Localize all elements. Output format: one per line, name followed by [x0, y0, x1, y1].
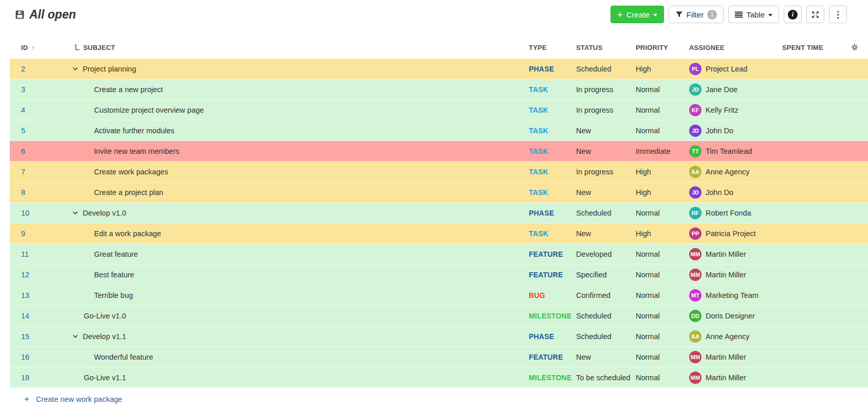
table-row[interactable]: 11Great featureFEATUREDevelopedNormalMMM…	[10, 244, 868, 264]
work-package-id-link[interactable]: 16	[21, 353, 29, 361]
work-package-type[interactable]: FEATURE	[529, 250, 563, 258]
work-package-id-link[interactable]: 12	[21, 271, 29, 279]
work-package-type[interactable]: TASK	[529, 106, 548, 114]
work-package-subject[interactable]: Create a new project	[94, 85, 163, 94]
hierarchy-icon[interactable]	[74, 44, 80, 50]
work-package-type[interactable]: PHASE	[529, 209, 554, 217]
work-package-id-link[interactable]: 2	[21, 65, 25, 73]
work-package-status[interactable]: To be scheduled	[576, 374, 631, 382]
work-package-id-link[interactable]: 9	[21, 229, 25, 238]
work-package-id-link[interactable]: 14	[21, 312, 29, 320]
work-package-subject[interactable]: Customize project overview page	[94, 106, 204, 114]
work-package-priority[interactable]: High	[636, 65, 651, 73]
work-package-type[interactable]: FEATURE	[529, 353, 563, 361]
assignee-name[interactable]: Jane Doe	[706, 85, 737, 94]
work-package-type[interactable]: BUG	[529, 291, 545, 299]
work-package-status[interactable]: New	[576, 188, 591, 197]
collapse-chevron-icon[interactable]	[72, 333, 79, 340]
table-row[interactable]: 6Invite new team membersTASKNewImmediate…	[10, 141, 868, 162]
work-package-subject[interactable]: Project planning	[83, 65, 136, 73]
table-row[interactable]: 12Best featureFEATURESpecifiedNormalMMMa…	[10, 264, 868, 285]
column-header-priority[interactable]: PRIORITY	[636, 44, 689, 51]
work-package-status[interactable]: Scheduled	[576, 312, 612, 320]
work-package-priority[interactable]: Normal	[636, 85, 660, 94]
work-package-priority[interactable]: Normal	[636, 374, 660, 382]
assignee-name[interactable]: Martin Miller	[706, 374, 746, 382]
work-package-subject[interactable]: Go-Live v1.1	[84, 374, 126, 382]
work-package-subject[interactable]: Best feature	[94, 271, 134, 279]
work-package-type[interactable]: PHASE	[529, 332, 554, 341]
table-row[interactable]: 10Develop v1.0PHASEScheduledNormalRFRobe…	[10, 203, 868, 223]
column-header-subject[interactable]: SUBJECT	[62, 44, 529, 51]
work-package-id-link[interactable]: 5	[21, 127, 25, 135]
work-package-status[interactable]: New	[576, 353, 591, 361]
table-row[interactable]: 15Develop v1.1PHASEScheduledNormalAAAnne…	[10, 326, 868, 347]
column-header-id[interactable]: ID ↑	[10, 44, 62, 51]
assignee-name[interactable]: Project Lead	[706, 65, 747, 73]
collapse-chevron-icon[interactable]	[72, 65, 79, 72]
assignee-name[interactable]: Robert Fonda	[706, 209, 751, 217]
column-header-assignee[interactable]: ASSIGNEE	[689, 44, 782, 51]
work-package-priority[interactable]: High	[636, 229, 651, 238]
work-package-type[interactable]: MILESTONE	[529, 374, 571, 382]
work-package-priority[interactable]: Normal	[636, 332, 660, 341]
table-row[interactable]: 5Activate further modulesTASKNewNormalJD…	[10, 120, 868, 141]
table-row[interactable]: 16Wonderful featureFEATURENewNormalMMMar…	[10, 347, 868, 367]
filter-button[interactable]: Filter 1	[669, 6, 724, 23]
table-row[interactable]: 18Go-Live v1.1MILESTONETo be scheduledNo…	[10, 367, 868, 388]
assignee-name[interactable]: Marketing Team	[706, 291, 759, 299]
work-package-priority[interactable]: Normal	[636, 106, 660, 114]
table-row[interactable]: 13Terrible bugBUGConfirmedNormalMTMarket…	[10, 285, 868, 306]
work-package-subject[interactable]: Edit a work package	[94, 229, 161, 238]
work-package-status[interactable]: New	[576, 229, 591, 238]
assignee-name[interactable]: Kelly Fritz	[706, 106, 738, 114]
assignee-name[interactable]: Patricia Project	[706, 229, 756, 238]
table-row[interactable]: 3Create a new projectTASKIn progressNorm…	[10, 79, 868, 100]
work-package-priority[interactable]: Normal	[636, 353, 660, 361]
work-package-id-link[interactable]: 18	[21, 374, 29, 382]
work-package-type[interactable]: TASK	[529, 127, 548, 135]
work-package-priority[interactable]: Normal	[636, 127, 660, 135]
work-package-status[interactable]: In progress	[576, 106, 614, 114]
work-package-id-link[interactable]: 4	[21, 106, 25, 114]
work-package-type[interactable]: TASK	[529, 188, 548, 197]
column-header-type[interactable]: TYPE	[529, 44, 576, 51]
assignee-name[interactable]: Martin Miller	[706, 271, 746, 279]
work-package-subject[interactable]: Terrible bug	[94, 291, 133, 299]
work-package-id-link[interactable]: 15	[21, 332, 29, 341]
work-package-priority[interactable]: Normal	[636, 209, 660, 217]
work-package-priority[interactable]: High	[636, 168, 651, 176]
collapse-chevron-icon[interactable]	[72, 209, 79, 216]
work-package-subject[interactable]: Great feature	[94, 250, 138, 258]
assignee-name[interactable]: Doris Designer	[706, 312, 755, 320]
work-package-status[interactable]: Scheduled	[576, 209, 612, 217]
work-package-id-link[interactable]: 7	[21, 168, 25, 176]
column-header-spent-time[interactable]: SPENT TIME	[782, 44, 843, 51]
work-package-status[interactable]: Specified	[576, 271, 607, 279]
work-package-status[interactable]: New	[576, 147, 591, 155]
table-row[interactable]: 7Create work packagesTASKIn progressHigh…	[10, 162, 868, 182]
assignee-name[interactable]: Martin Miller	[706, 353, 746, 361]
work-package-type[interactable]: MILESTONE	[529, 312, 571, 320]
work-package-subject[interactable]: Invite new team members	[94, 147, 179, 155]
work-package-status[interactable]: Confirmed	[576, 291, 611, 299]
table-row[interactable]: 2Project planningPHASEScheduledHighPLPro…	[10, 59, 868, 79]
assignee-name[interactable]: Anne Agency	[706, 332, 749, 341]
fullscreen-button[interactable]	[806, 6, 824, 23]
more-options-button[interactable]: ⋮	[829, 6, 847, 23]
work-package-id-link[interactable]: 11	[21, 250, 29, 258]
work-package-status[interactable]: Scheduled	[576, 65, 612, 73]
view-mode-button[interactable]: Table	[728, 6, 779, 23]
work-package-status[interactable]: New	[576, 127, 591, 135]
work-package-status[interactable]: Developed	[576, 250, 612, 258]
table-row[interactable]: 8Create a project planTASKNewHighJDJohn …	[10, 182, 868, 203]
work-package-type[interactable]: PHASE	[529, 65, 554, 73]
assignee-name[interactable]: John Do	[706, 127, 733, 135]
work-package-type[interactable]: TASK	[529, 229, 548, 238]
work-package-id-link[interactable]: 6	[21, 147, 25, 155]
work-package-type[interactable]: TASK	[529, 147, 548, 155]
create-button[interactable]: + Create	[611, 6, 664, 23]
work-package-priority[interactable]: Normal	[636, 312, 660, 320]
assignee-name[interactable]: John Do	[706, 188, 733, 197]
work-package-status[interactable]: In progress	[576, 85, 614, 94]
